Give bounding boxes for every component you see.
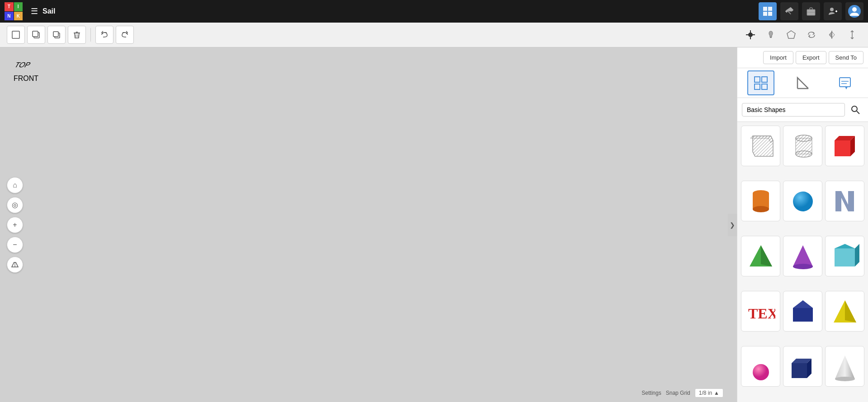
delete-button[interactable]: [68, 26, 86, 44]
shape-item-hole-cylinder[interactable]: [783, 126, 822, 166]
grid-view-button[interactable]: [759, 2, 777, 20]
list-icon: ☰: [31, 6, 38, 16]
svg-marker-29: [829, 32, 832, 38]
shape-item-diamond[interactable]: [783, 291, 822, 332]
notes-panel-button[interactable]: [831, 70, 859, 95]
shape-item-sphere[interactable]: [783, 181, 822, 221]
shape-item-text-3d[interactable]: TEXT: [741, 291, 780, 332]
top-bar: T I N K ☰ Sail: [0, 0, 868, 23]
svg-rect-71: [762, 84, 767, 89]
svg-marker-96: [761, 245, 772, 266]
home-view-button[interactable]: ⌂: [7, 177, 23, 193]
rotation-button[interactable]: [802, 26, 821, 44]
shape-category-dropdown[interactable]: Basic Shapes: [742, 103, 845, 117]
svg-marker-76: [845, 87, 848, 89]
polygon-button[interactable]: [782, 26, 800, 44]
svg-rect-16: [53, 32, 58, 37]
svg-marker-30: [832, 32, 835, 38]
shape-item-pyramid-green[interactable]: [741, 236, 780, 276]
svg-point-107: [753, 364, 769, 380]
svg-rect-14: [33, 31, 38, 37]
svg-rect-3: [768, 12, 772, 16]
shape-item-cone-gray[interactable]: [825, 346, 864, 387]
logo-k: K: [14, 12, 23, 21]
shape-item-solid-box[interactable]: [825, 126, 864, 166]
shape-item-hole-box[interactable]: [741, 126, 780, 166]
shape-item-sphere-pink[interactable]: [741, 346, 780, 387]
svg-point-112: [835, 377, 855, 381]
svg-rect-69: [762, 77, 767, 82]
shape-search-button[interactable]: [847, 102, 863, 118]
view-cube[interactable]: TOP FRONT: [14, 61, 50, 97]
send-to-button[interactable]: Send To: [829, 51, 863, 64]
perspective-button[interactable]: [7, 257, 23, 273]
zoom-out-button[interactable]: −: [7, 237, 23, 253]
svg-marker-88: [835, 140, 850, 156]
svg-rect-1: [768, 7, 772, 11]
svg-point-92: [753, 206, 769, 212]
user-avatar-button[interactable]: [845, 2, 863, 20]
briefcase-button[interactable]: [802, 2, 820, 20]
cube-front-label: FRONT: [14, 75, 38, 82]
snap-grid-value[interactable]: 1/8 in ▲: [695, 388, 723, 397]
angle-panel-button[interactable]: [789, 70, 816, 95]
fit-view-button[interactable]: ◎: [7, 197, 23, 213]
shape-selector-bar: Basic Shapes: [737, 98, 868, 122]
shape-item-wedge[interactable]: [825, 181, 864, 221]
svg-marker-81: [750, 136, 771, 138]
shape-item-box-navy[interactable]: [783, 346, 822, 387]
svg-marker-97: [793, 245, 813, 266]
toolbar-right: [741, 26, 861, 44]
svg-marker-104: [793, 300, 813, 308]
align-button[interactable]: [843, 26, 861, 44]
import-button[interactable]: Import: [763, 51, 793, 64]
redo-button[interactable]: [116, 26, 134, 44]
tinkercad-logo[interactable]: T I N K: [5, 2, 23, 20]
cube-front-face[interactable]: FRONT: [14, 75, 38, 95]
canvas-area[interactable]: TOP FRONT ⌂ ◎ + −: [0, 47, 737, 402]
cube-top-label: TOP: [13, 61, 32, 69]
svg-point-7: [830, 8, 834, 11]
shapes-panel-button[interactable]: [747, 70, 774, 95]
svg-rect-70: [755, 84, 760, 89]
cube-top-face[interactable]: TOP: [9, 61, 42, 75]
shapes-grid: TEXT: [737, 122, 868, 402]
crosshair-tool-button[interactable]: [741, 26, 760, 44]
svg-point-11: [852, 7, 857, 12]
svg-rect-68: [755, 77, 760, 82]
zoom-in-button[interactable]: +: [7, 217, 23, 233]
toolbar: [0, 23, 868, 47]
shape-item-cylinder[interactable]: [741, 181, 780, 221]
svg-point-77: [852, 106, 857, 112]
svg-rect-2: [763, 12, 767, 16]
svg-line-78: [857, 111, 859, 114]
project-title[interactable]: Sail: [42, 7, 55, 15]
panel-collapse-button[interactable]: ❯: [728, 214, 737, 236]
svg-rect-73: [840, 78, 850, 87]
mirror-button[interactable]: [823, 26, 841, 44]
undo-button[interactable]: [95, 26, 113, 44]
snap-grid-arrow: ▲: [714, 390, 719, 396]
svg-marker-106: [845, 300, 856, 323]
shape-item-triangle-yellow[interactable]: [825, 291, 864, 332]
svg-marker-111: [835, 355, 855, 379]
toolbar-divider: [90, 28, 91, 42]
copy-button[interactable]: [27, 26, 45, 44]
shape-item-cone-purple[interactable]: [783, 236, 822, 276]
svg-point-98: [793, 264, 813, 269]
svg-point-86: [796, 151, 812, 157]
new-button[interactable]: [7, 26, 25, 44]
svg-rect-0: [763, 7, 767, 11]
lightbulb-button[interactable]: [762, 26, 780, 44]
panel-icon-row: [737, 68, 868, 98]
hammer-button[interactable]: [780, 2, 798, 20]
export-button[interactable]: Export: [796, 51, 826, 64]
duplicate-button[interactable]: [47, 26, 66, 44]
svg-marker-99: [835, 248, 855, 266]
add-user-button[interactable]: [824, 2, 842, 20]
snap-grid-number: 1/8 in: [699, 390, 712, 396]
shape-item-prism-teal[interactable]: [825, 236, 864, 276]
svg-rect-26: [770, 37, 772, 38]
main-area: TOP FRONT ⌂ ◎ + −: [0, 47, 868, 402]
snap-grid-label: Snap Grid: [666, 390, 690, 396]
